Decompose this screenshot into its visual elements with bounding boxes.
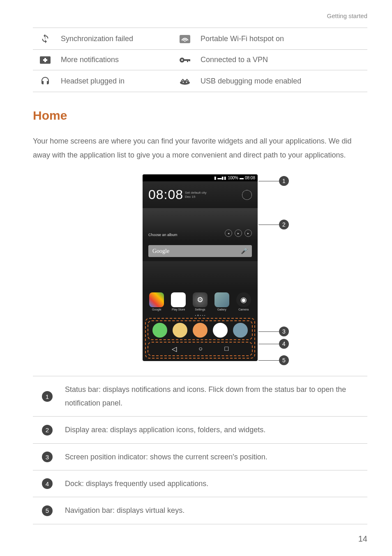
status-time: 08:08 <box>245 176 255 180</box>
home-key-icon: ○ <box>198 345 203 353</box>
legend-num-1: 1 <box>42 391 53 402</box>
play-icon: ▸ <box>235 229 242 237</box>
svg-point-13 <box>186 81 187 83</box>
sync-failed-icon: ! <box>33 28 58 50</box>
app-google: Google <box>146 292 167 311</box>
icon-row: Headset plugged in USB debugging mode en… <box>33 70 367 92</box>
legend-text-1: Status bar: displays notifications and i… <box>62 376 367 417</box>
callout-4: 4 <box>279 339 289 349</box>
legend-text-3: Screen position indicator: shows the cur… <box>62 443 367 470</box>
callout-5: 5 <box>279 355 289 365</box>
svg-point-12 <box>183 81 184 83</box>
svg-text:!: ! <box>45 37 46 41</box>
svg-point-7 <box>181 59 183 61</box>
app-row: Google ▶Play Store ⚙Settings Gallery ◉Ca… <box>143 290 258 313</box>
weather-icon <box>242 190 252 200</box>
dock-apps-icon <box>233 323 248 338</box>
dashed-group: ◁ ○ □ <box>145 318 255 359</box>
legend-row: 1 Status bar: displays notifications and… <box>33 376 367 417</box>
dock-row <box>148 320 253 340</box>
wifi-hotspot-desc: Portable Wi-Fi hotspot on <box>197 28 367 50</box>
legend-num-2: 2 <box>42 425 53 436</box>
sync-failed-desc: Synchronization failed <box>58 28 173 50</box>
dock-browser-icon <box>193 323 208 338</box>
clock-city: Set default city <box>185 191 206 195</box>
app-playstore: ▶Play Store <box>168 292 189 311</box>
legend-row: 3 Screen position indicator: shows the c… <box>33 443 367 470</box>
google-label: Google <box>152 248 169 255</box>
signal-icon: ▮ ▬▮▮ <box>214 176 227 180</box>
wifi-hotspot-icon <box>173 28 197 50</box>
section-title: Home <box>33 109 367 123</box>
navbar: ◁ ○ □ <box>148 342 253 356</box>
legend-num-3: 3 <box>42 452 53 462</box>
dock-contacts-icon <box>173 323 187 338</box>
battery-text: 100% <box>228 176 238 180</box>
icon-row: More notifications Connected to a VPN <box>33 50 367 70</box>
dock-phone-icon <box>152 323 167 338</box>
clock-widget: 08:08 Set default city Dec 15 <box>143 181 258 208</box>
legend-row: 4 Dock: displays frequently used applica… <box>33 470 367 497</box>
legend-row: 2 Display area: displays application ico… <box>33 417 367 443</box>
vpn-icon <box>173 50 197 70</box>
legend-text-5: Navigation bar: displays virtual keys. <box>62 497 367 524</box>
dock-messages-icon <box>213 323 228 338</box>
svg-rect-10 <box>189 59 190 61</box>
google-widget: Google 🎤 <box>148 245 252 257</box>
next-icon: ▸ <box>244 229 252 237</box>
icon-row: ! Synchronization failed Portable Wi-Fi … <box>33 28 367 50</box>
callout-3: 3 <box>279 327 289 336</box>
headset-icon <box>33 70 58 92</box>
back-key-icon: ◁ <box>172 345 177 353</box>
recent-key-icon: □ <box>225 345 229 353</box>
page-dots: • ● • • • <box>143 313 258 318</box>
legend-text-4: Dock: displays frequently used applicati… <box>62 470 367 497</box>
legend-num-4: 4 <box>42 478 53 489</box>
headset-desc: Headset plugged in <box>58 70 173 92</box>
app-camera: ◉Camera <box>233 292 254 311</box>
more-notifications-desc: More notifications <box>58 50 173 70</box>
legend-num-5: 5 <box>42 505 53 516</box>
phone-mockup: ▮ ▬▮▮ 100% ▬ 08:08 08:08 Set default cit… <box>143 174 258 361</box>
music-label: Choose an album <box>148 233 178 237</box>
screenshot-figure: ▮ ▬▮▮ 100% ▬ 08:08 08:08 Set default cit… <box>33 174 367 361</box>
icon-table: ! Synchronization failed Portable Wi-Fi … <box>33 28 367 92</box>
clock-date: Dec 15 <box>185 195 206 199</box>
music-widget: Choose an album ◂ ▸ ▸ <box>143 208 258 241</box>
callout-1: 1 <box>279 176 289 186</box>
legend-table: 1 Status bar: displays notifications and… <box>33 376 367 524</box>
clock-time: 08:08 <box>148 187 183 202</box>
svg-rect-5 <box>43 59 47 61</box>
prev-icon: ◂ <box>225 229 232 237</box>
legend-row: 5 Navigation bar: displays virtual keys. <box>33 497 367 524</box>
usb-debug-desc: USB debugging mode enabled <box>197 70 367 92</box>
callout-2: 2 <box>279 220 289 229</box>
mic-icon: 🎤 <box>241 248 248 255</box>
more-notifications-icon <box>33 50 58 70</box>
legend-text-2: Display area: displays application icons… <box>62 417 367 443</box>
vpn-desc: Connected to a VPN <box>197 50 367 70</box>
svg-rect-9 <box>187 59 188 62</box>
app-settings: ⚙Settings <box>190 292 210 311</box>
usb-debug-icon <box>173 70 197 92</box>
header-section: Getting started <box>33 12 367 19</box>
phone-statusbar: ▮ ▬▮▮ 100% ▬ 08:08 <box>143 174 258 181</box>
app-gallery: Gallery <box>212 292 232 311</box>
intro-paragraph: Your home screens are where you can find… <box>33 134 367 162</box>
svg-point-2 <box>184 40 186 42</box>
page-number: 14 <box>33 534 367 544</box>
empty-area <box>143 261 258 290</box>
battery-icon: ▬ <box>240 176 244 180</box>
